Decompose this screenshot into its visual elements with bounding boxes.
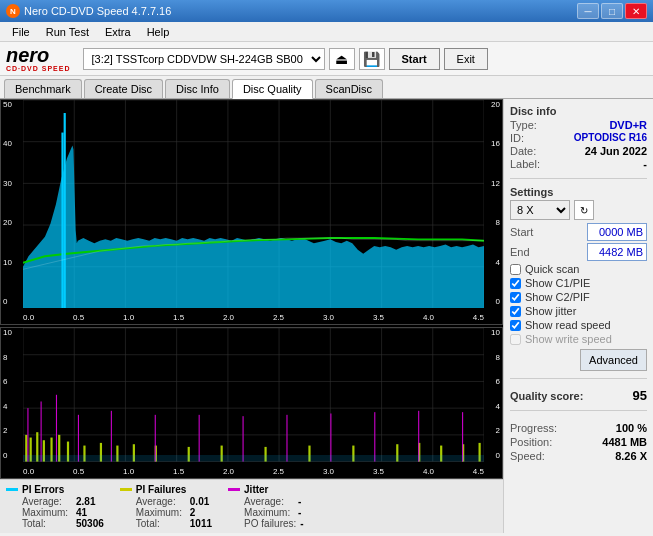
nero-logo: nero CD·DVD SPEED — [6, 45, 71, 72]
show-c1pie-label: Show C1/PIE — [525, 277, 590, 289]
menu-bar: File Run Test Extra Help — [0, 22, 653, 42]
show-c1pie-checkbox[interactable] — [510, 278, 521, 289]
svg-rect-59 — [56, 395, 57, 462]
divider-2 — [510, 378, 647, 379]
app-title: Nero CD-DVD Speed 4.7.7.16 — [24, 5, 171, 17]
svg-rect-66 — [330, 414, 331, 462]
toolbar: nero CD·DVD SPEED [3:2] TSSTcorp CDDVDW … — [0, 42, 653, 76]
quick-scan-label: Quick scan — [525, 263, 579, 275]
end-field-label: End — [510, 246, 530, 258]
divider-3 — [510, 410, 647, 411]
tab-scan-disc[interactable]: ScanDisc — [315, 79, 383, 98]
tab-disc-info[interactable]: Disc Info — [165, 79, 230, 98]
label-label: Label: — [510, 158, 540, 170]
disc-info-section: Disc info Type: DVD+R ID: OPTODISC R16 D… — [510, 105, 647, 171]
svg-rect-58 — [41, 402, 42, 462]
start-field[interactable] — [587, 223, 647, 241]
save-button[interactable]: 💾 — [359, 48, 385, 70]
show-jitter-checkbox[interactable] — [510, 306, 521, 317]
y-axis-left-top: 50403020100 — [3, 100, 21, 308]
refresh-button[interactable]: ↻ — [574, 200, 594, 220]
menu-run-test[interactable]: Run Test — [38, 24, 97, 40]
close-button[interactable]: ✕ — [625, 3, 647, 19]
nero-sub-text: CD·DVD SPEED — [6, 65, 71, 72]
chart-bottom-svg — [23, 328, 484, 462]
position-label: Position: — [510, 436, 552, 448]
main-content: 50403020100 201612840 0.00.51.01.52.02.5… — [0, 99, 653, 533]
chart-top: 50403020100 201612840 0.00.51.01.52.02.5… — [0, 99, 503, 325]
disc-info-title: Disc info — [510, 105, 647, 117]
advanced-button[interactable]: Advanced — [580, 349, 647, 371]
pi-errors-color — [6, 488, 18, 491]
menu-file[interactable]: File — [4, 24, 38, 40]
show-read-speed-checkbox[interactable] — [510, 320, 521, 331]
svg-rect-61 — [111, 411, 112, 462]
progress-label: Progress: — [510, 422, 557, 434]
x-axis-top: 0.00.51.01.52.02.53.03.54.04.5 — [23, 313, 484, 322]
chart-bottom: 1086420 1086420 0.00.51.01.52.02.53.03.5… — [0, 327, 503, 479]
menu-help[interactable]: Help — [139, 24, 178, 40]
svg-rect-65 — [286, 415, 287, 462]
label-value: - — [643, 158, 647, 170]
settings-title: Settings — [510, 186, 647, 198]
jitter-color — [228, 488, 240, 491]
show-jitter-label: Show jitter — [525, 305, 576, 317]
date-label: Date: — [510, 145, 536, 157]
svg-rect-63 — [199, 415, 200, 462]
y-axis-left-bottom: 1086420 — [3, 328, 21, 462]
maximize-button[interactable]: □ — [601, 3, 623, 19]
tab-disc-quality[interactable]: Disc Quality — [232, 79, 313, 99]
y-axis-right-bottom: 1086420 — [486, 328, 500, 462]
divider-1 — [510, 178, 647, 179]
svg-marker-70 — [23, 455, 484, 462]
svg-rect-67 — [374, 413, 375, 462]
y-axis-right-top: 201612840 — [486, 100, 500, 308]
pi-errors-title: PI Errors — [22, 484, 64, 495]
x-axis-bottom: 0.00.51.01.52.02.53.03.54.04.5 — [23, 467, 484, 476]
legend-area: PI Errors Average: 2.81 Maximum: 41 Tota… — [0, 479, 503, 533]
id-label: ID: — [510, 132, 524, 144]
tab-create-disc[interactable]: Create Disc — [84, 79, 163, 98]
type-label: Type: — [510, 119, 537, 131]
speed-select[interactable]: 8 X — [510, 200, 570, 220]
minimize-button[interactable]: ─ — [577, 3, 599, 19]
svg-rect-69 — [462, 413, 463, 462]
speed-label: Speed: — [510, 450, 545, 462]
progress-value: 100 % — [616, 422, 647, 434]
position-value: 4481 MB — [602, 436, 647, 448]
pi-failures-title: PI Failures — [136, 484, 187, 495]
speed-value: 8.26 X — [615, 450, 647, 462]
svg-rect-68 — [418, 411, 419, 462]
end-field[interactable] — [587, 243, 647, 261]
quality-score-value: 95 — [633, 388, 647, 403]
drive-selector[interactable]: [3:2] TSSTcorp CDDVDW SH-224GB SB00 — [83, 48, 325, 70]
title-bar-buttons: ─ □ ✕ — [577, 3, 647, 19]
tab-benchmark[interactable]: Benchmark — [4, 79, 82, 98]
show-c2pif-checkbox[interactable] — [510, 292, 521, 303]
jitter-title: Jitter — [244, 484, 268, 495]
legend-jitter: Jitter Average: - Maximum: - PO failures… — [228, 484, 304, 529]
eject-button[interactable]: ⏏ — [329, 48, 355, 70]
show-c2pif-label: Show C2/PIF — [525, 291, 590, 303]
nero-logo-text: nero — [6, 45, 71, 65]
svg-marker-16 — [23, 146, 484, 309]
show-write-speed-label: Show write speed — [525, 333, 612, 345]
quality-score-row: Quality score: 95 — [510, 388, 647, 403]
date-value: 24 Jun 2022 — [585, 145, 647, 157]
quality-score-label: Quality score: — [510, 390, 583, 402]
settings-section: Settings 8 X ↻ Start End Quick scan — [510, 186, 647, 371]
progress-section: Progress: 100 % Position: 4481 MB Speed:… — [510, 422, 647, 464]
start-button[interactable]: Start — [389, 48, 440, 70]
right-panel: Disc info Type: DVD+R ID: OPTODISC R16 D… — [503, 99, 653, 533]
show-read-speed-label: Show read speed — [525, 319, 611, 331]
menu-extra[interactable]: Extra — [97, 24, 139, 40]
svg-rect-57 — [27, 409, 28, 462]
exit-button[interactable]: Exit — [444, 48, 488, 70]
id-value: OPTODISC R16 — [574, 132, 647, 144]
start-field-label: Start — [510, 226, 533, 238]
legend-pi-failures: PI Failures Average: 0.01 Maximum: 2 Tot… — [120, 484, 212, 529]
legend-pi-errors: PI Errors Average: 2.81 Maximum: 41 Tota… — [6, 484, 104, 529]
svg-rect-62 — [155, 415, 156, 462]
quick-scan-checkbox[interactable] — [510, 264, 521, 275]
show-write-speed-checkbox — [510, 334, 521, 345]
